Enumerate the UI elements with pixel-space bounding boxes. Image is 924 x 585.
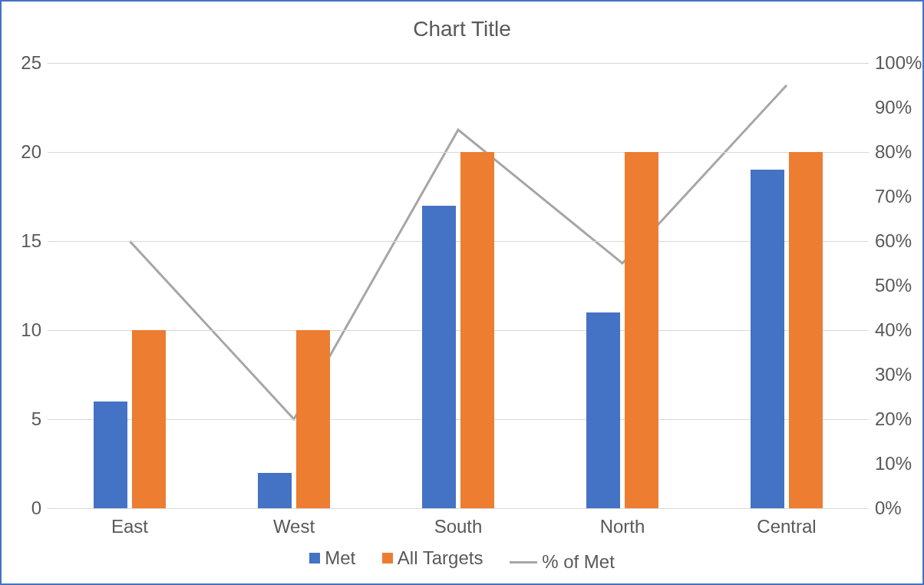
legend: Met All Targets % of Met — [2, 547, 922, 573]
legend-pct: % of Met — [510, 551, 615, 573]
pct-line-path — [130, 85, 787, 419]
legend-met-swatch — [309, 553, 320, 564]
bar-met — [258, 473, 292, 508]
bar-all — [625, 152, 658, 508]
y-right-tick: 100% — [875, 52, 924, 74]
bar-all — [460, 152, 494, 508]
legend-pct-swatch — [510, 561, 537, 564]
pct-line — [48, 63, 869, 508]
gridline — [48, 152, 869, 153]
y-right-tick: 50% — [875, 275, 924, 296]
x-tick: East — [111, 516, 148, 537]
bar-met — [751, 170, 784, 508]
bar-all — [789, 152, 823, 508]
bar-met — [422, 206, 456, 508]
y-left-tick: 5 — [11, 408, 41, 430]
plot-area: 05101520250%10%20%30%40%50%60%70%80%90%1… — [48, 63, 869, 508]
x-tick: Central — [757, 516, 816, 537]
chart-frame: Chart Title 05101520250%10%20%30%40%50%6… — [0, 0, 924, 585]
y-right-tick: 80% — [875, 141, 924, 163]
chart-title: Chart Title — [2, 17, 922, 41]
y-right-tick: 70% — [875, 186, 924, 207]
y-left-tick: 0 — [11, 497, 41, 519]
y-right-tick: 90% — [875, 97, 924, 118]
bar-all — [296, 330, 330, 508]
y-left-tick: 15 — [11, 230, 41, 252]
y-right-tick: 0% — [875, 497, 924, 519]
bar-met — [586, 312, 620, 508]
gridline — [48, 419, 869, 420]
legend-met: Met — [309, 547, 355, 569]
gridline — [48, 508, 869, 509]
y-left-tick: 10 — [11, 319, 41, 341]
y-right-tick: 30% — [875, 364, 924, 385]
legend-met-label: Met — [325, 547, 355, 569]
x-tick: North — [600, 516, 645, 537]
bar-met — [94, 402, 127, 508]
y-left-tick: 20 — [11, 141, 41, 163]
y-right-tick: 10% — [875, 453, 924, 474]
legend-all-label: All Targets — [398, 547, 483, 569]
legend-all-swatch — [382, 553, 393, 564]
y-right-tick: 60% — [875, 230, 924, 252]
x-tick: South — [434, 516, 483, 537]
y-right-tick: 40% — [875, 319, 924, 341]
y-right-tick: 20% — [875, 408, 924, 430]
bar-all — [132, 330, 166, 508]
x-tick: West — [273, 516, 315, 537]
y-left-tick: 25 — [11, 52, 41, 74]
legend-all: All Targets — [382, 547, 483, 569]
gridline — [48, 241, 869, 242]
gridline — [48, 330, 869, 331]
legend-pct-label: % of Met — [542, 551, 615, 573]
gridline — [48, 63, 869, 64]
